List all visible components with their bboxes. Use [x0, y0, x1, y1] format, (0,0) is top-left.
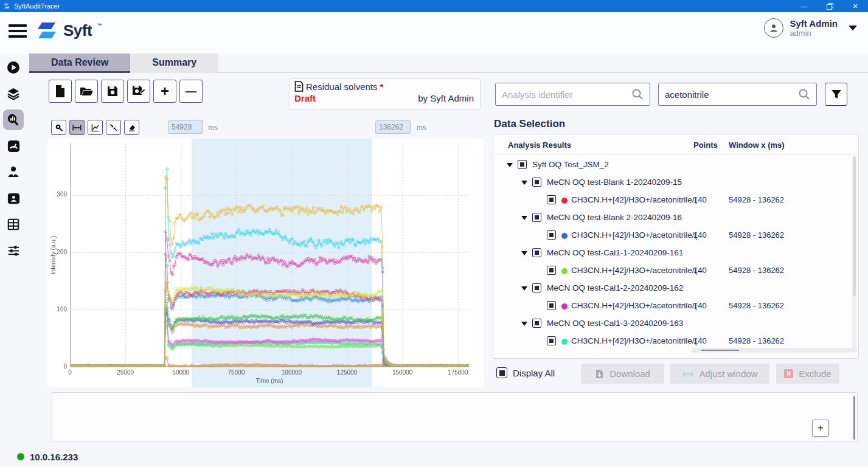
tree-checkbox[interactable]: [532, 213, 541, 222]
chart-line-button[interactable]: [88, 120, 103, 135]
tree-horizontal-scrollbar[interactable]: [692, 348, 857, 353]
compound-search-input[interactable]: [665, 89, 798, 100]
app-icon: [3, 2, 10, 10]
add-note-button[interactable]: +: [812, 420, 829, 437]
window-start-unit: ms: [208, 123, 218, 132]
tree-checkbox[interactable]: [532, 319, 541, 328]
tree-expand-icon[interactable]: [521, 251, 527, 255]
series-color-marker: [561, 233, 568, 239]
tree-expand-icon[interactable]: [521, 322, 527, 326]
left-rail: [0, 54, 27, 446]
document-icon: [294, 81, 304, 92]
points-value: 140: [693, 266, 707, 275]
tree-row: CH3CN.H+[42]/H3O+/acetonitrile/(14054928…: [493, 192, 858, 209]
add-button[interactable]: +: [153, 80, 176, 103]
series-color-marker: [561, 198, 568, 204]
new-document-button[interactable]: [49, 80, 72, 103]
filter-icon: [831, 89, 842, 100]
sample-name: MeCN OQ test-Cal1-3-20240209-163: [547, 319, 683, 328]
sliders-icon: [7, 244, 21, 258]
chart-clear-button[interactable]: [124, 120, 139, 135]
chart-zoom-button[interactable]: [51, 120, 66, 135]
statusbar: 10.0.16.233: [0, 446, 868, 467]
save-button[interactable]: [101, 80, 124, 103]
brand-name: Syft: [63, 21, 92, 40]
tree-expand-icon[interactable]: [521, 181, 527, 185]
tree-checkbox[interactable]: [547, 301, 556, 310]
product-ion-label: CH3CN.H+[42]/H3O+/acetonitrile/(: [571, 195, 697, 204]
series-color-marker: [561, 339, 568, 345]
id-card-icon: [7, 192, 21, 206]
remove-button[interactable]: —: [179, 80, 203, 103]
download-button[interactable]: Download: [581, 364, 664, 384]
sample-name: MeCN OQ test-Blank 2-20240209-16: [547, 213, 682, 222]
open-folder-icon: [79, 85, 94, 97]
rail-item-data-review[interactable]: [3, 109, 24, 130]
tab-summary[interactable]: Summary: [130, 54, 218, 73]
series-color-marker: [561, 268, 568, 274]
method-box: Residual solvents * Draft by Syft Admin: [289, 78, 481, 110]
tab-data-review[interactable]: Data Review: [29, 54, 130, 73]
save-icon: [106, 85, 119, 97]
product-ion-label: CH3CN.H+[42]/H3O+/acetonitrile/(: [571, 266, 697, 275]
tree-checkbox[interactable]: [532, 283, 541, 292]
header: [0, 12, 868, 54]
display-all-label: Display All: [513, 368, 555, 378]
gauge-icon: [7, 139, 21, 153]
intensity-chart[interactable]: [47, 139, 484, 387]
sample-name: MeCN OQ test-Cal1-2-20240209-162: [547, 283, 683, 292]
rail-item-users[interactable]: [3, 162, 24, 182]
save-as-button[interactable]: [127, 80, 150, 103]
chart-fit-button[interactable]: [106, 120, 121, 135]
tree-expand-icon[interactable]: [507, 163, 513, 167]
tree-checkbox[interactable]: [547, 266, 556, 275]
selection-actions: Display All Download Adjust window Exclu…: [493, 364, 859, 386]
adjust-window-icon: [682, 370, 694, 378]
display-all-checkbox[interactable]: [496, 367, 507, 378]
filter-button[interactable]: [825, 83, 847, 106]
rail-item-table[interactable]: [3, 214, 24, 235]
search-chart-icon: [6, 112, 21, 127]
avatar: [764, 18, 783, 38]
plus-icon: +: [161, 85, 169, 97]
magnifier-icon: [55, 123, 63, 132]
notes-panel-scrollbar[interactable]: [853, 396, 855, 440]
range-x-icon: [72, 124, 82, 131]
chart-pan-x-button[interactable]: [69, 120, 85, 135]
tree-expand-icon[interactable]: [521, 286, 527, 291]
rail-item-run[interactable]: [3, 57, 24, 78]
close-button[interactable]: ✕: [842, 0, 868, 12]
tree-row: CH3CN.H+[42]/H3O+/acetonitrile/(14054928…: [493, 227, 858, 244]
tree-checkbox[interactable]: [547, 230, 556, 240]
tree-checkbox[interactable]: [532, 248, 541, 257]
rail-item-batches[interactable]: [3, 83, 24, 104]
window-end-input[interactable]: [375, 120, 411, 134]
open-button[interactable]: [75, 80, 98, 103]
tree-checkbox[interactable]: [532, 178, 541, 187]
rail-item-contact-card[interactable]: [3, 188, 24, 209]
adjust-window-button[interactable]: Adjust window: [670, 364, 769, 384]
tree-expand-icon[interactable]: [521, 216, 527, 220]
table-icon: [7, 218, 20, 231]
tree-checkbox[interactable]: [547, 195, 556, 204]
brand-trademark: ™: [97, 22, 102, 28]
hamburger-menu-icon[interactable]: [9, 24, 27, 38]
window-value: 54928 - 136262: [729, 336, 784, 345]
product-ion-label: CH3CN.H+[42]/H3O+/acetonitrile/(: [571, 301, 697, 310]
analysis-search-input[interactable]: [502, 89, 631, 100]
required-marker: *: [380, 81, 384, 92]
window-start-input[interactable]: [168, 120, 203, 134]
tree-checkbox[interactable]: [547, 336, 556, 345]
rail-item-gauge[interactable]: [3, 136, 24, 156]
tree-vertical-scrollbar[interactable]: [852, 156, 856, 352]
rail-item-settings[interactable]: [3, 240, 24, 261]
tree-row: MeCN OQ test-Blank 1-20240209-15: [493, 174, 858, 192]
exclude-button[interactable]: Exclude: [776, 364, 839, 384]
minimize-button[interactable]: —: [791, 0, 817, 12]
tree-checkbox[interactable]: [518, 160, 527, 169]
window-value: 54928 - 136262: [729, 266, 784, 275]
user-menu[interactable]: Syft Admin admin: [764, 18, 857, 38]
analysis-search: [495, 83, 650, 106]
analysis-tree: Syft OQ Test_JSM_2MeCN OQ test-Blank 1-2…: [493, 156, 858, 352]
restore-button[interactable]: [817, 0, 842, 12]
